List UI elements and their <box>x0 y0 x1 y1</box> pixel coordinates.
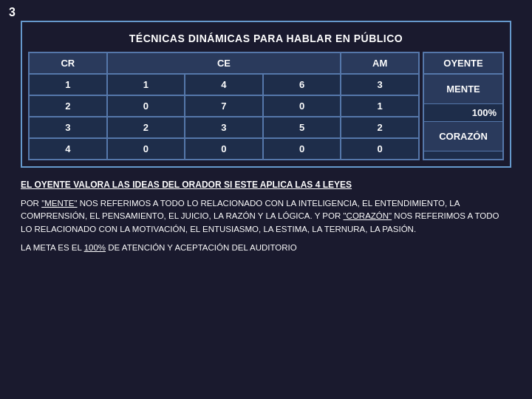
cell-r3-ce3: 5 <box>263 117 341 138</box>
table-row: 2 0 7 0 1 <box>29 95 419 117</box>
main-container: TÉCNICAS DINÁMICAS PARA HABLAR EN PÚBLIC… <box>21 21 511 378</box>
cell-r1-am: 3 <box>341 74 419 95</box>
cell-r1-ce3: 6 <box>263 74 341 95</box>
oyente-empty <box>424 151 502 159</box>
oyente-body: MENTE 100% CORAZÓN <box>424 75 502 159</box>
mente-label: MENTE <box>424 75 502 104</box>
cell-r1-cr: 1 <box>29 74 107 95</box>
cell-r2-am: 1 <box>341 95 419 117</box>
text-section: EL OYENTE VALORA LAS IDEAS DEL ORADOR SI… <box>21 177 511 255</box>
cell-r1-ce2: 4 <box>185 74 263 95</box>
header-am: AM <box>341 52 419 74</box>
table-row: 1 1 4 6 3 <box>29 74 419 95</box>
oyente-column: OYENTE MENTE 100% CORAZÓN <box>423 52 504 160</box>
table-title: TÉCNICAS DINÁMICAS PARA HABLAR EN PÚBLIC… <box>28 28 504 52</box>
corazon-label: CORAZÓN <box>424 122 502 151</box>
text-corazon-ref: "CORAZÓN" <box>344 211 392 220</box>
header-cr: CR <box>29 52 107 74</box>
cell-r1-ce1: 1 <box>107 74 185 95</box>
text-mente-ref: "MENTE" <box>41 199 77 208</box>
cell-r2-cr: 2 <box>29 95 107 117</box>
cell-r2-ce1: 0 <box>107 95 185 117</box>
text3-suffix: DE ATENCIÓN Y ACEPTACIÓN DEL AUDITORIO <box>106 243 297 252</box>
text-para2: LA META ES EL 100% DE ATENCIÓN Y ACEPTAC… <box>21 243 511 252</box>
cell-r4-ce1: 0 <box>107 138 185 160</box>
text3-prefix: LA META ES EL <box>21 243 84 252</box>
cell-r4-cr: 4 <box>29 138 107 160</box>
text-prefix: POR <box>21 199 41 208</box>
main-table: CR CE AM 1 1 4 6 3 2 0 <box>28 52 420 160</box>
table-row: 4 0 0 0 0 <box>29 138 419 160</box>
cell-r2-ce3: 0 <box>263 95 341 117</box>
text-line1: EL OYENTE VALORA LAS IDEAS DEL ORADOR SI… <box>21 180 511 190</box>
cell-r4-ce3: 0 <box>263 138 341 160</box>
cell-r3-cr: 3 <box>29 117 107 138</box>
cell-r4-am: 0 <box>341 138 419 160</box>
cell-r3-ce1: 2 <box>107 117 185 138</box>
table-right-wrapper: CR CE AM 1 1 4 6 3 2 0 <box>28 52 504 160</box>
header-ce: CE <box>107 52 341 74</box>
cell-r4-ce2: 0 <box>185 138 263 160</box>
table-section: TÉCNICAS DINÁMICAS PARA HABLAR EN PÚBLIC… <box>21 21 511 168</box>
text3-pct: 100% <box>84 243 106 252</box>
cell-r2-ce2: 7 <box>185 95 263 117</box>
page-number: 3 <box>9 6 16 19</box>
pct-label: 100% <box>424 104 502 122</box>
text-para1: POR "MENTE" NOS REFERIMOS A TODO LO RELA… <box>21 197 511 236</box>
cell-r3-am: 2 <box>341 117 419 138</box>
table-row: 3 2 3 5 2 <box>29 117 419 138</box>
oyente-header: OYENTE <box>424 53 502 75</box>
cell-r3-ce2: 3 <box>185 117 263 138</box>
